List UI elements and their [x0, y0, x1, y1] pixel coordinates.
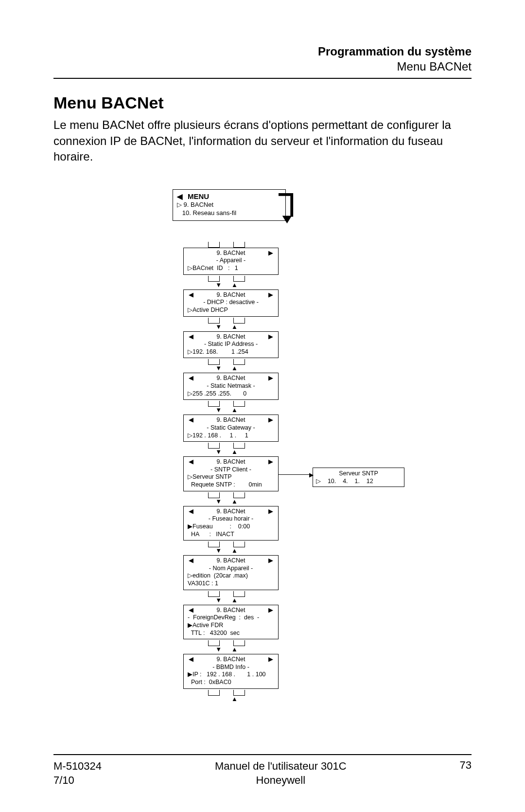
right-arrow-icon: ▶ [267, 333, 274, 341]
down-arrow-icon: ▼ [215, 547, 222, 555]
connector [183, 221, 270, 248]
menu-screen-box: 9. BACNet▶- Appareil -▷BACnet ID : 1 [183, 248, 279, 275]
nav-arrows: ▼▲ [183, 646, 270, 654]
node-line: HA : INACT [188, 531, 274, 539]
left-arrow-icon: ◀ [188, 607, 194, 614]
right-arrow-icon: ▶ [267, 508, 274, 516]
connector [183, 541, 270, 547]
node-title: 9. BACNet [194, 291, 267, 299]
node-line: ▷Serveur SNTP [188, 473, 274, 481]
connector [183, 590, 270, 597]
menu-item: ▷ 9. BACNet [177, 201, 281, 209]
left-arrow-icon: ◀ [188, 508, 194, 516]
menu-screen-box: ◀9. BACNet▶- Static Netmask -▷255 .255 .… [183, 373, 279, 400]
up-arrow-icon: ▲ [231, 597, 238, 605]
node-line: ▶Active FDR [188, 622, 274, 630]
header-subsection: Menu BACNet [53, 59, 472, 74]
down-arrow-icon: ▼ [215, 597, 222, 605]
node-line: ▷Active DHCP [188, 307, 274, 314]
menu-screen-box: ◀9. BACNet▶- SNTP Client -▷Serveur SNTP … [183, 456, 279, 491]
node-line: - ForeignDevReg : des - [188, 614, 274, 622]
node-title: 9. BACNet [194, 656, 267, 664]
down-arrow-icon: ▼ [215, 646, 222, 654]
menu-screen-box: ◀9. BACNet▶- Static Gateway -▷192 . 168 … [183, 415, 279, 442]
up-arrow-icon: ▲ [231, 324, 238, 331]
left-arrow-icon: ◀ [188, 458, 194, 466]
node-title: 9. BACNet [194, 508, 267, 516]
connector [183, 358, 270, 365]
nav-arrows: ▼▲ [183, 324, 270, 331]
right-arrow-icon: ▶ [267, 458, 274, 466]
node-line: - Fuseau horair - [188, 515, 274, 523]
node-title: 9. BACNet [194, 250, 267, 257]
right-arrow-icon: ▶ [267, 416, 274, 424]
node-title: 9. BACNet [194, 375, 267, 382]
up-arrow-icon: ▲ [231, 696, 238, 704]
left-arrow-icon: ◀ [188, 416, 194, 424]
page-header: Programmation du système Menu BACNet [53, 44, 472, 74]
menu-item: 10. Reseau sans-fil [177, 209, 281, 217]
node-line: Port : 0xBAC0 [188, 679, 274, 686]
menu-screen-box: ◀9. BACNet▶- Fuseau horair -▶Fuseau : 0:… [183, 506, 279, 541]
right-arrow-icon: ▶ [267, 656, 274, 664]
node-line: ▷192. 168. 1 .254 [188, 348, 274, 356]
left-arrow-icon: ◀ [188, 557, 194, 565]
node-line: - DHCP : desactive - [188, 299, 274, 307]
node-line: - Static Netmask - [188, 382, 274, 390]
nav-arrows: ▼▲ [183, 365, 270, 373]
node-line: - Nom Appareil - [188, 565, 274, 573]
up-arrow-icon: ▲ [231, 646, 238, 654]
footer-brand: Honeywell [215, 773, 347, 788]
left-arrow-icon: ◀ [188, 333, 194, 341]
node-line: ▷192 . 168 . 1 . 1 [188, 432, 274, 440]
intro-paragraph: Le menu BACNet offre plusieurs écrans d'… [53, 117, 472, 164]
down-arrow-icon: ▼ [215, 282, 222, 289]
flow-diagram: ◀ MENU ▷ 9. BACNet 10. Reseau sans-fil 9… [158, 189, 420, 704]
footer-page-number: 73 [460, 759, 472, 772]
down-arrow-icon: ▼ [215, 449, 222, 456]
node-line: ▷255 .255 .255. 0 [188, 390, 274, 398]
sntp-server-box: Serveur SNTP ▷ 10. 4. 1. 12 [313, 468, 404, 487]
node-line: - BBMD Info - [188, 664, 274, 671]
connector [183, 442, 270, 449]
node-line: - SNTP Client - [188, 466, 274, 474]
node-line: VA301C : 1 [188, 580, 274, 588]
connector [183, 639, 270, 646]
connector [183, 317, 270, 324]
node-title: 9. BACNet [194, 333, 267, 341]
footer-date: 7/10 [53, 773, 102, 788]
left-arrow-icon: ◀ [188, 291, 194, 299]
footer-divider [53, 754, 472, 755]
nav-arrows: ▼▲ [183, 547, 270, 555]
node-line: - Static Gateway - [188, 424, 274, 432]
menu-screen-box: ◀9. BACNet▶- Static IP Address -▷192. 16… [183, 331, 279, 359]
node-title: 9. BACNet [194, 416, 267, 424]
up-arrow-icon: ▲ [231, 449, 238, 456]
left-arrow-icon: ◀ [177, 192, 183, 201]
node-line: ▷BACnet ID : 1 [188, 265, 274, 272]
connector [183, 400, 270, 407]
nav-arrows: ▼▲ [183, 597, 270, 605]
node-line: Requete SNTP : 0min [188, 481, 274, 489]
menu-root-box: ◀ MENU ▷ 9. BACNet 10. Reseau sans-fil [173, 189, 286, 221]
up-arrow-icon: ▲ [231, 407, 238, 415]
nav-arrows: ▼▲ [183, 449, 270, 456]
down-arrow-icon: ▼ [215, 324, 222, 331]
page-title: Menu BACNet [53, 93, 472, 112]
menu-screen-box: ◀9. BACNet▶- DHCP : desactive -▷Active D… [183, 289, 279, 317]
header-divider [53, 78, 472, 79]
down-arrow-icon: ▼ [215, 365, 222, 373]
header-section: Programmation du système [53, 44, 472, 59]
node-title: 9. BACNet [194, 458, 267, 466]
right-arrow-icon: ▶ [267, 607, 274, 614]
down-arrow-icon: ▼ [215, 407, 222, 415]
menu-screen-box: ◀9. BACNet▶- ForeignDevReg : des -▶Activ… [183, 605, 279, 640]
node-line: ▷edition (20car .max) [188, 572, 274, 580]
node-line: TTL : 43200 sec [188, 630, 274, 637]
right-arrow-icon: ▶ [267, 291, 274, 299]
sntp-title: Serveur SNTP [316, 469, 401, 477]
node-line: - Appareil - [188, 257, 274, 265]
menu-label: MENU [188, 192, 209, 201]
right-arrow-icon: ▶ [267, 557, 274, 565]
footer-docnum: M-510324 [53, 759, 102, 774]
